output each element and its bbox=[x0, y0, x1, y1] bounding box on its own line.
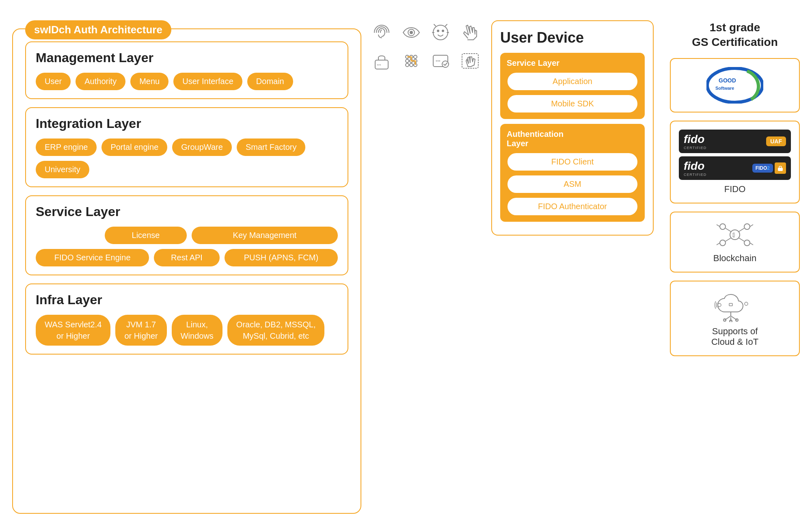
fingerprint-icon bbox=[369, 20, 394, 45]
ud-auth-layer-title: Authentication Layer bbox=[507, 130, 638, 148]
fido-label: FIDO bbox=[724, 184, 746, 195]
right-sidebar: 1st grade GS Certification GOOD Software bbox=[670, 16, 800, 514]
pill-authority: Authority bbox=[76, 73, 125, 90]
pill-jvm: JVM 1.7or Higher bbox=[115, 315, 166, 346]
svg-line-30 bbox=[726, 228, 731, 231]
fido-uaf-text: fido CERTIFIED bbox=[684, 133, 706, 150]
integration-pills: ERP engine Portal engine GroupWare Smart… bbox=[36, 138, 338, 178]
ud-service-pills: Application Mobile SDK bbox=[507, 72, 638, 113]
lock-icon: *** bbox=[369, 49, 394, 73]
uaf-label: UAF bbox=[766, 136, 786, 146]
svg-point-26 bbox=[720, 224, 726, 229]
ud-auth-pills: FIDO Client ASM FIDO Authenticator bbox=[507, 152, 638, 216]
face-icon bbox=[428, 20, 453, 45]
svg-text:***: *** bbox=[377, 63, 381, 67]
svg-rect-24 bbox=[778, 168, 783, 171]
pill-rest-api: Rest API bbox=[154, 249, 220, 266]
service-row-1: License Key Management bbox=[36, 227, 338, 244]
svg-point-2 bbox=[433, 25, 448, 40]
main-container: swIDch Auth Architecture Management Laye… bbox=[0, 0, 812, 530]
svg-line-31 bbox=[739, 228, 744, 231]
pill-menu: Menu bbox=[130, 73, 168, 90]
pill-oracle: Oracle, DB2, MSSQL,MySql, Cubrid, etc bbox=[227, 315, 325, 346]
pill-asm: ASM bbox=[507, 175, 638, 194]
integration-layer-box: Integration Layer ERP engine Portal engi… bbox=[25, 107, 348, 187]
svg-rect-48 bbox=[729, 303, 732, 306]
pill-push: PUSH (APNS, FCM) bbox=[225, 249, 338, 266]
infra-layer-title: Infra Layer bbox=[36, 292, 338, 307]
svg-point-29 bbox=[744, 240, 750, 246]
biometric-icons: *** bbox=[369, 20, 483, 73]
iris-icon bbox=[399, 20, 423, 45]
service-layer-box: Service Layer License Key Management FID… bbox=[25, 195, 348, 275]
svg-point-18 bbox=[442, 61, 449, 67]
svg-line-35 bbox=[717, 225, 720, 227]
svg-line-36 bbox=[750, 225, 753, 227]
ud-service-layer: Service Layer Application Mobile SDK bbox=[500, 53, 645, 119]
svg-point-28 bbox=[720, 240, 726, 246]
pill-fido-authenticator: FIDO Authenticator bbox=[507, 197, 638, 216]
cloud-iot-icon bbox=[715, 290, 755, 322]
blockchain-icon: ₿ bbox=[715, 221, 755, 249]
fido2-label: FIDO2 bbox=[752, 164, 773, 173]
gs-cert-box: GOOD Software bbox=[670, 58, 800, 112]
infra-layer-box: Infra Layer WAS Servlet2.4or Higher JVM … bbox=[25, 283, 348, 355]
user-device-box: User Device Service Layer Application Mo… bbox=[491, 20, 654, 236]
svg-point-13 bbox=[406, 63, 409, 67]
svg-point-14 bbox=[410, 63, 413, 67]
svg-line-38 bbox=[750, 243, 753, 245]
pill-groupware: GroupWare bbox=[172, 138, 232, 156]
blockchain-cert-box: ₿ Blockchain bbox=[670, 212, 800, 273]
pill-mobile-sdk: Mobile SDK bbox=[507, 94, 638, 113]
svg-line-33 bbox=[739, 238, 744, 241]
svg-text:Software: Software bbox=[715, 86, 734, 91]
svg-point-47 bbox=[745, 302, 748, 305]
touch-pattern-icon bbox=[399, 49, 423, 73]
svg-point-21 bbox=[713, 73, 753, 97]
arch-box: swIDch Auth Architecture Management Laye… bbox=[12, 28, 361, 514]
gs-logo: GOOD Software bbox=[706, 67, 763, 104]
integration-layer-title: Integration Layer bbox=[36, 116, 338, 131]
management-layer-box: Management Layer User Authority Menu Use… bbox=[25, 41, 348, 99]
pill-linux: Linux,Windows bbox=[172, 315, 222, 346]
cloud-iot-label: Supports of Cloud & IoT bbox=[711, 326, 758, 347]
pill-user: User bbox=[36, 73, 71, 90]
verify-icon: *** bbox=[428, 49, 453, 73]
pill-smart-factory: Smart Factory bbox=[237, 138, 306, 156]
fido2-badge: fido CERTIFIED FIDO2 bbox=[679, 156, 791, 180]
svg-text:***: *** bbox=[436, 60, 441, 64]
pill-university: University bbox=[36, 161, 89, 178]
pill-license: License bbox=[105, 227, 187, 244]
svg-line-37 bbox=[717, 243, 720, 245]
svg-point-4 bbox=[442, 30, 444, 32]
svg-point-46 bbox=[718, 303, 721, 307]
svg-text:GOOD: GOOD bbox=[719, 77, 736, 84]
svg-line-32 bbox=[726, 238, 731, 241]
ud-auth-layer: Authentication Layer FIDO Client ASM FID… bbox=[500, 124, 645, 222]
infra-pills: WAS Servlet2.4or Higher JVM 1.7or Higher… bbox=[36, 315, 338, 346]
lock-badge bbox=[775, 162, 786, 174]
management-pills: User Authority Menu User Interface Domai… bbox=[36, 73, 338, 90]
blockchain-label: Blockchain bbox=[713, 253, 756, 264]
management-layer-title: Management Layer bbox=[36, 50, 338, 65]
pill-fido-service-engine: FIDO Service Engine bbox=[36, 249, 149, 266]
content-area: *** bbox=[369, 16, 662, 514]
pill-portal: Portal engine bbox=[102, 138, 167, 156]
user-device-section: User Device Service Layer Application Mo… bbox=[491, 20, 654, 514]
arch-title: swIDch Auth Architecture bbox=[25, 20, 171, 39]
fido-logos: fido CERTIFIED UAF fido CERTIFIED FIDO2 bbox=[679, 130, 791, 180]
pill-was: WAS Servlet2.4or Higher bbox=[36, 315, 110, 346]
svg-point-10 bbox=[406, 59, 409, 63]
svg-point-1 bbox=[410, 31, 412, 34]
icons-and-device: *** bbox=[369, 16, 483, 514]
pill-erp: ERP engine bbox=[36, 138, 97, 156]
pill-user-interface: User Interface bbox=[173, 73, 242, 90]
gesture-icon bbox=[458, 20, 482, 45]
service-grid: License Key Management FIDO Service Engi… bbox=[36, 227, 338, 266]
service-layer-title: Service Layer bbox=[36, 204, 338, 219]
fido-cert-box: fido CERTIFIED UAF fido CERTIFIED FIDO2 bbox=[670, 121, 800, 203]
pill-key-management: Key Management bbox=[192, 227, 338, 244]
gs-cert-title: 1st grade GS Certification bbox=[692, 20, 778, 50]
svg-point-3 bbox=[437, 30, 439, 32]
svg-text:₿: ₿ bbox=[732, 231, 735, 238]
